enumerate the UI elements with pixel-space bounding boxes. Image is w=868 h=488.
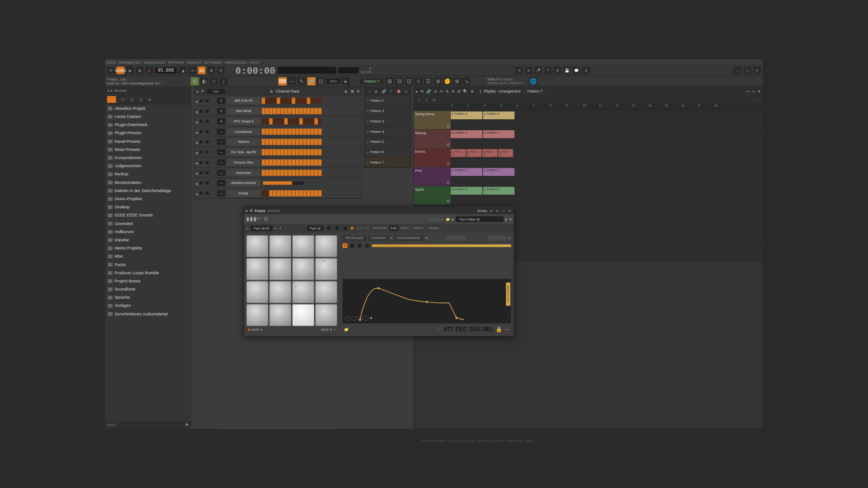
chrack-close-icon[interactable]: ✕	[357, 89, 360, 94]
step[interactable]	[269, 139, 273, 145]
step[interactable]	[303, 139, 307, 145]
pl-sync-icon[interactable]: ⟲	[420, 89, 424, 94]
stop-button[interactable]: ■	[136, 66, 144, 74]
step[interactable]	[280, 159, 284, 165]
fpc-next-icon[interactable]: ▸	[495, 208, 500, 213]
note-icon[interactable]: ♪	[219, 77, 227, 85]
play-button[interactable]: ▶	[126, 66, 134, 74]
step[interactable]	[265, 118, 269, 124]
step[interactable]	[296, 159, 299, 165]
browser-item[interactable]: Soundfonts	[105, 285, 191, 293]
step[interactable]	[299, 118, 303, 124]
playlist-ruler[interactable]: 23456789101112131415161718	[414, 104, 763, 111]
pl-select-icon[interactable]: ⊡	[458, 89, 461, 94]
view-browser-icon[interactable]: ☰	[424, 77, 432, 85]
channel-num[interactable]: ---	[217, 180, 225, 186]
step[interactable]	[318, 139, 322, 145]
channel-led[interactable]	[196, 152, 198, 154]
step[interactable]	[262, 118, 265, 124]
step-mode[interactable]: Step	[326, 78, 340, 84]
menu-add[interactable]: HINZUFüGEN	[143, 60, 165, 64]
layer-dd-icon[interactable]: ▾	[391, 236, 392, 240]
chrack-graph-icon[interactable]: ⫼	[344, 89, 348, 93]
step[interactable]	[262, 128, 265, 135]
channel-name[interactable]: Countdown	[226, 128, 260, 135]
track-icon[interactable]: ⊡	[447, 199, 449, 203]
menu-view[interactable]: ANSICHT	[186, 60, 201, 64]
step[interactable]	[292, 128, 295, 135]
pad-vol-knob[interactable]	[326, 225, 331, 231]
pan-knob[interactable]	[199, 191, 204, 196]
playlist-clip[interactable]: ▸ Pa..n 4	[498, 149, 513, 157]
step[interactable]	[311, 149, 314, 155]
step[interactable]	[269, 190, 273, 197]
step-sequence[interactable]	[262, 139, 322, 145]
bank-b[interactable]: BANK B	[321, 328, 332, 332]
browser-item[interactable]: Meine Projekte	[105, 244, 191, 252]
menu-pattern[interactable]: PATTERN	[168, 60, 184, 64]
help-icon[interactable]: ?	[544, 66, 552, 74]
tempo-tap-icon[interactable]: ✊	[443, 77, 452, 85]
step[interactable]	[288, 149, 292, 155]
step[interactable]	[311, 118, 314, 124]
fpc-titlebar[interactable]: ▸ ⚙ Empty (Master) Empty ◂ ▸ — ✕	[244, 206, 514, 214]
pan-knob[interactable]	[199, 108, 204, 113]
step[interactable]	[280, 169, 284, 176]
time-display[interactable]: 0:00:00	[236, 65, 275, 75]
browser-add-icon[interactable]	[107, 96, 116, 103]
step[interactable]	[307, 169, 311, 176]
pl-tool-ptr[interactable]: ↖	[416, 97, 422, 103]
song-mode-button[interactable]: SONG	[117, 66, 124, 74]
fpc-menu-icon[interactable]: ▸	[246, 209, 248, 212]
view-playlist-icon[interactable]: ⊞	[386, 77, 394, 85]
env-folder-icon[interactable]: 📁	[344, 327, 349, 332]
browser-item[interactable]: Project-Bones	[105, 277, 191, 285]
pattern-item[interactable]: ▸Pattern 5	[364, 137, 411, 147]
vol-knob[interactable]	[205, 139, 210, 144]
browser-item[interactable]: Demo-Projekte	[105, 195, 191, 203]
step[interactable]	[269, 108, 273, 114]
fpc-pad[interactable]	[292, 282, 314, 303]
channel-led[interactable]	[196, 162, 198, 164]
track-header[interactable]: Synth⊡	[414, 186, 451, 205]
browser-item[interactable]: Gerendert	[105, 219, 191, 227]
step[interactable]	[269, 118, 273, 124]
step[interactable]	[314, 190, 318, 197]
knob-icon[interactable]: ○	[210, 77, 218, 85]
close-all-icon[interactable]: ⊗	[453, 77, 461, 85]
pl-zoom-icon[interactable]: 🔍	[463, 89, 468, 94]
channel-num[interactable]: ---	[217, 169, 225, 176]
browser-item[interactable]: Benutzerdaten	[105, 178, 191, 186]
step[interactable]	[284, 190, 288, 197]
comment-icon[interactable]: 💬	[573, 66, 580, 74]
step[interactable]	[311, 98, 314, 104]
browser-item[interactable]: Backup	[105, 170, 191, 178]
channel-name[interactable]: Deformed	[226, 169, 260, 176]
link-next-icon[interactable]: →	[288, 77, 296, 85]
browser-item[interactable]: Plugin-Presets	[105, 129, 191, 137]
ausgan-label[interactable]: Ausgan...	[429, 226, 442, 230]
track-icon[interactable]: ⊡	[447, 181, 449, 184]
track-header[interactable]: Prec⊡	[414, 167, 451, 186]
fpc-pad[interactable]	[292, 258, 314, 280]
step[interactable]	[269, 159, 273, 165]
channel-name[interactable]: Sakura	[226, 138, 260, 145]
fpc-prev-icon[interactable]: ◂	[489, 208, 494, 213]
browser-item[interactable]: Zerschnittenes Audiomaterial	[105, 310, 191, 318]
fpc-gear-icon[interactable]: ⚙	[250, 209, 253, 212]
step[interactable]	[288, 159, 292, 165]
step[interactable]	[262, 108, 265, 114]
pattern-item[interactable]: ▸Pattern 1	[364, 96, 411, 106]
channel-led[interactable]	[196, 131, 198, 134]
undo-icon[interactable]: ⟲	[515, 66, 523, 74]
fpc-pad[interactable]	[269, 258, 291, 280]
step[interactable]	[299, 108, 303, 114]
patpick-menu-icon[interactable]: ≡	[367, 89, 372, 94]
unterbr-label[interactable]: Unterbr...	[413, 226, 426, 230]
step[interactable]	[311, 190, 314, 197]
channel-led[interactable]	[196, 193, 198, 195]
chrack-back-icon[interactable]: ↶	[201, 89, 204, 94]
env-lock-icon[interactable]: 🔒	[495, 326, 502, 333]
step[interactable]	[303, 149, 307, 155]
layer-vol-knob[interactable]	[349, 243, 355, 249]
